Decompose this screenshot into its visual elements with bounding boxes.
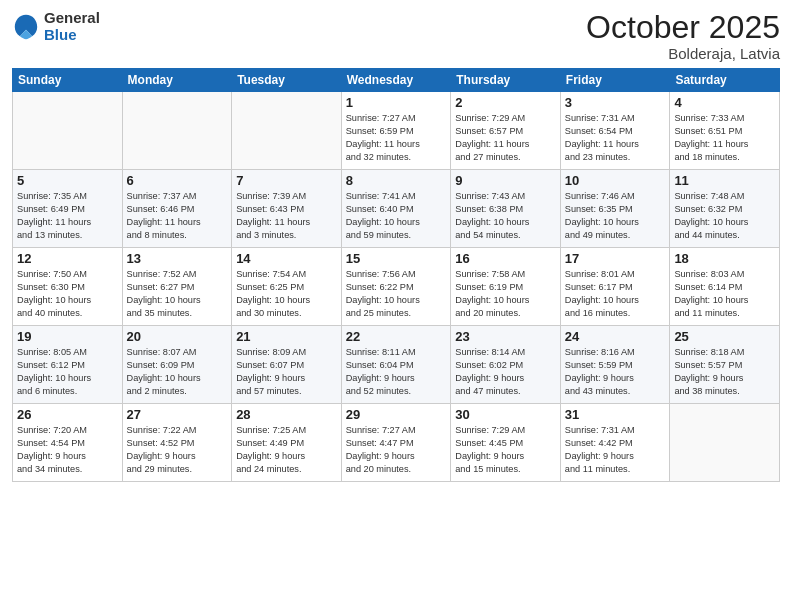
day-info: Sunrise: 7:56 AMSunset: 6:22 PMDaylight:… — [346, 268, 447, 320]
table-row: 16Sunrise: 7:58 AMSunset: 6:19 PMDayligh… — [451, 248, 561, 326]
day-info: Sunrise: 7:31 AMSunset: 4:42 PMDaylight:… — [565, 424, 666, 476]
logo-general-text: General — [44, 10, 100, 27]
calendar-week-5: 26Sunrise: 7:20 AMSunset: 4:54 PMDayligh… — [13, 404, 780, 482]
day-info: Sunrise: 8:05 AMSunset: 6:12 PMDaylight:… — [17, 346, 118, 398]
day-number: 1 — [346, 95, 447, 110]
col-sunday: Sunday — [13, 69, 123, 92]
day-number: 28 — [236, 407, 337, 422]
table-row: 6Sunrise: 7:37 AMSunset: 6:46 PMDaylight… — [122, 170, 232, 248]
col-monday: Monday — [122, 69, 232, 92]
day-number: 29 — [346, 407, 447, 422]
day-number: 15 — [346, 251, 447, 266]
table-row: 23Sunrise: 8:14 AMSunset: 6:02 PMDayligh… — [451, 326, 561, 404]
table-row: 15Sunrise: 7:56 AMSunset: 6:22 PMDayligh… — [341, 248, 451, 326]
table-row: 4Sunrise: 7:33 AMSunset: 6:51 PMDaylight… — [670, 92, 780, 170]
table-row — [232, 92, 342, 170]
table-row — [670, 404, 780, 482]
day-number: 3 — [565, 95, 666, 110]
day-info: Sunrise: 7:37 AMSunset: 6:46 PMDaylight:… — [127, 190, 228, 242]
day-info: Sunrise: 7:27 AMSunset: 6:59 PMDaylight:… — [346, 112, 447, 164]
table-row: 28Sunrise: 7:25 AMSunset: 4:49 PMDayligh… — [232, 404, 342, 482]
table-row: 27Sunrise: 7:22 AMSunset: 4:52 PMDayligh… — [122, 404, 232, 482]
day-number: 19 — [17, 329, 118, 344]
table-row: 31Sunrise: 7:31 AMSunset: 4:42 PMDayligh… — [560, 404, 670, 482]
table-row: 18Sunrise: 8:03 AMSunset: 6:14 PMDayligh… — [670, 248, 780, 326]
day-number: 12 — [17, 251, 118, 266]
day-number: 16 — [455, 251, 556, 266]
col-thursday: Thursday — [451, 69, 561, 92]
page-container: General Blue October 2025 Bolderaja, Lat… — [0, 0, 792, 612]
day-number: 4 — [674, 95, 775, 110]
calendar-table: Sunday Monday Tuesday Wednesday Thursday… — [12, 68, 780, 482]
day-number: 24 — [565, 329, 666, 344]
title-block: October 2025 Bolderaja, Latvia — [586, 10, 780, 62]
day-info: Sunrise: 7:39 AMSunset: 6:43 PMDaylight:… — [236, 190, 337, 242]
table-row: 24Sunrise: 8:16 AMSunset: 5:59 PMDayligh… — [560, 326, 670, 404]
table-row — [13, 92, 123, 170]
day-number: 22 — [346, 329, 447, 344]
day-number: 30 — [455, 407, 556, 422]
day-info: Sunrise: 7:48 AMSunset: 6:32 PMDaylight:… — [674, 190, 775, 242]
col-saturday: Saturday — [670, 69, 780, 92]
day-number: 31 — [565, 407, 666, 422]
table-row: 5Sunrise: 7:35 AMSunset: 6:49 PMDaylight… — [13, 170, 123, 248]
day-number: 10 — [565, 173, 666, 188]
day-info: Sunrise: 7:43 AMSunset: 6:38 PMDaylight:… — [455, 190, 556, 242]
day-number: 20 — [127, 329, 228, 344]
day-info: Sunrise: 7:50 AMSunset: 6:30 PMDaylight:… — [17, 268, 118, 320]
day-number: 21 — [236, 329, 337, 344]
day-info: Sunrise: 7:52 AMSunset: 6:27 PMDaylight:… — [127, 268, 228, 320]
table-row: 1Sunrise: 7:27 AMSunset: 6:59 PMDaylight… — [341, 92, 451, 170]
day-info: Sunrise: 7:35 AMSunset: 6:49 PMDaylight:… — [17, 190, 118, 242]
day-info: Sunrise: 7:58 AMSunset: 6:19 PMDaylight:… — [455, 268, 556, 320]
day-info: Sunrise: 7:29 AMSunset: 4:45 PMDaylight:… — [455, 424, 556, 476]
day-info: Sunrise: 7:31 AMSunset: 6:54 PMDaylight:… — [565, 112, 666, 164]
day-info: Sunrise: 7:54 AMSunset: 6:25 PMDaylight:… — [236, 268, 337, 320]
logo-text: General Blue — [44, 10, 100, 43]
logo: General Blue — [12, 10, 100, 43]
day-info: Sunrise: 8:03 AMSunset: 6:14 PMDaylight:… — [674, 268, 775, 320]
table-row: 30Sunrise: 7:29 AMSunset: 4:45 PMDayligh… — [451, 404, 561, 482]
day-number: 14 — [236, 251, 337, 266]
location: Bolderaja, Latvia — [586, 45, 780, 62]
day-info: Sunrise: 7:25 AMSunset: 4:49 PMDaylight:… — [236, 424, 337, 476]
day-number: 13 — [127, 251, 228, 266]
day-number: 25 — [674, 329, 775, 344]
day-number: 9 — [455, 173, 556, 188]
day-info: Sunrise: 8:07 AMSunset: 6:09 PMDaylight:… — [127, 346, 228, 398]
table-row: 12Sunrise: 7:50 AMSunset: 6:30 PMDayligh… — [13, 248, 123, 326]
day-number: 7 — [236, 173, 337, 188]
table-row: 26Sunrise: 7:20 AMSunset: 4:54 PMDayligh… — [13, 404, 123, 482]
logo-icon — [12, 13, 40, 41]
col-tuesday: Tuesday — [232, 69, 342, 92]
table-row: 2Sunrise: 7:29 AMSunset: 6:57 PMDaylight… — [451, 92, 561, 170]
day-info: Sunrise: 8:11 AMSunset: 6:04 PMDaylight:… — [346, 346, 447, 398]
day-number: 26 — [17, 407, 118, 422]
table-row: 20Sunrise: 8:07 AMSunset: 6:09 PMDayligh… — [122, 326, 232, 404]
day-info: Sunrise: 7:29 AMSunset: 6:57 PMDaylight:… — [455, 112, 556, 164]
day-number: 17 — [565, 251, 666, 266]
day-info: Sunrise: 8:14 AMSunset: 6:02 PMDaylight:… — [455, 346, 556, 398]
month-title: October 2025 — [586, 10, 780, 45]
calendar-week-3: 12Sunrise: 7:50 AMSunset: 6:30 PMDayligh… — [13, 248, 780, 326]
day-info: Sunrise: 8:01 AMSunset: 6:17 PMDaylight:… — [565, 268, 666, 320]
day-number: 5 — [17, 173, 118, 188]
day-info: Sunrise: 7:41 AMSunset: 6:40 PMDaylight:… — [346, 190, 447, 242]
col-friday: Friday — [560, 69, 670, 92]
day-number: 2 — [455, 95, 556, 110]
calendar-body: 1Sunrise: 7:27 AMSunset: 6:59 PMDaylight… — [13, 92, 780, 482]
day-number: 8 — [346, 173, 447, 188]
table-row: 14Sunrise: 7:54 AMSunset: 6:25 PMDayligh… — [232, 248, 342, 326]
logo-blue-text: Blue — [44, 27, 100, 44]
day-number: 23 — [455, 329, 556, 344]
table-row: 13Sunrise: 7:52 AMSunset: 6:27 PMDayligh… — [122, 248, 232, 326]
day-info: Sunrise: 8:09 AMSunset: 6:07 PMDaylight:… — [236, 346, 337, 398]
day-number: 27 — [127, 407, 228, 422]
table-row: 29Sunrise: 7:27 AMSunset: 4:47 PMDayligh… — [341, 404, 451, 482]
calendar-week-2: 5Sunrise: 7:35 AMSunset: 6:49 PMDaylight… — [13, 170, 780, 248]
day-info: Sunrise: 7:22 AMSunset: 4:52 PMDaylight:… — [127, 424, 228, 476]
table-row: 21Sunrise: 8:09 AMSunset: 6:07 PMDayligh… — [232, 326, 342, 404]
table-row: 19Sunrise: 8:05 AMSunset: 6:12 PMDayligh… — [13, 326, 123, 404]
table-row: 17Sunrise: 8:01 AMSunset: 6:17 PMDayligh… — [560, 248, 670, 326]
header: General Blue October 2025 Bolderaja, Lat… — [12, 10, 780, 62]
